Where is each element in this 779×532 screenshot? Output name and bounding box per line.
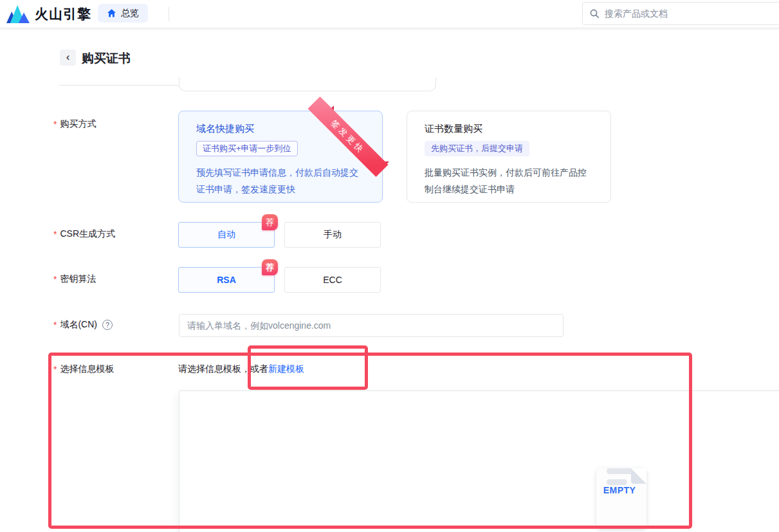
required-asterisk: * xyxy=(53,320,57,330)
ribbon-fold-icon xyxy=(328,105,334,111)
domain-input[interactable] xyxy=(179,314,564,337)
required-asterisk: * xyxy=(53,274,57,284)
search-input[interactable] xyxy=(605,8,779,19)
purchase-card-quantity[interactable]: 证书数量购买 先购买证书，后提交申请 批量购买证书实例，付款后可前往产品控制台继… xyxy=(407,111,611,203)
required-asterisk: * xyxy=(53,119,57,129)
search-icon xyxy=(589,8,600,19)
empty-state: EMPTY 暂无数据，新建模板 xyxy=(570,432,673,532)
required-asterisk: * xyxy=(53,364,57,374)
home-icon xyxy=(107,8,116,18)
create-template-link[interactable]: 新建模板 xyxy=(268,363,304,374)
volcengine-mountain-icon xyxy=(6,5,30,24)
recommend-badge: 荐 xyxy=(262,259,278,275)
template-select-label: * 选择信息模板 xyxy=(53,363,114,375)
page-title: 购买证书 xyxy=(82,50,131,67)
back-button[interactable]: ‹ xyxy=(60,50,76,66)
template-select-trigger[interactable]: 请选择信息模板，或者新建模板 xyxy=(178,363,304,375)
key-algorithm-option-rsa[interactable]: RSA 荐 xyxy=(178,267,275,293)
csr-method-label: * CSR生成方式 xyxy=(53,228,115,240)
csr-option-manual[interactable]: 手动 xyxy=(284,222,381,248)
clipped-row-divider xyxy=(59,85,179,86)
brand-name: 火山引擎 xyxy=(35,5,91,23)
required-asterisk: * xyxy=(53,229,57,239)
purchase-card-domain-quick[interactable]: 域名快捷购买 证书购买+申请一步到位 预先填写证书申请信息，付款后自动提交证书申… xyxy=(178,111,383,203)
empty-document-icon: EMPTY xyxy=(596,468,646,529)
purchase-card-desc: 批量购买证书实例，付款后可前往产品控制台继续提交证书申请 xyxy=(425,164,593,197)
clipped-input-field[interactable] xyxy=(179,77,436,91)
template-prompt-text: 请选择信息模板，或者 xyxy=(178,363,268,374)
csr-option-auto[interactable]: 自动 荐 xyxy=(178,222,275,248)
purchase-card-tag: 先购买证书，后提交申请 xyxy=(425,141,529,156)
key-algorithm-option-ecc[interactable]: ECC xyxy=(284,267,381,293)
domain-label: * 域名(CN) ? xyxy=(53,319,113,331)
top-navigation-bar: 火山引擎 总览 xyxy=(0,0,779,28)
nav-overview-button[interactable]: 总览 xyxy=(98,4,148,23)
chevron-left-icon: ‹ xyxy=(66,51,70,62)
empty-badge-text: EMPTY xyxy=(596,485,643,495)
help-question-icon[interactable]: ? xyxy=(102,320,113,330)
key-algorithm-label: * 密钥算法 xyxy=(53,273,96,285)
ribbon-fold-icon xyxy=(383,161,389,167)
purchase-card-tag: 证书购买+申请一步到位 xyxy=(196,141,298,156)
placeholder-line xyxy=(607,479,627,485)
global-search[interactable] xyxy=(582,2,779,25)
folded-corner-icon xyxy=(631,468,646,484)
template-dropdown-panel: EMPTY 暂无数据，新建模板 xyxy=(179,390,779,532)
purchase-method-label: * 购买方式 xyxy=(53,118,96,130)
brand-logo[interactable]: 火山引擎 xyxy=(6,5,91,24)
topbar-divider xyxy=(169,7,169,21)
purchase-card-title: 域名快捷购买 xyxy=(196,123,365,135)
purchase-card-desc: 预先填写证书申请信息，付款后自动提交证书申请，签发速度更快 xyxy=(196,164,365,197)
recommend-badge: 荐 xyxy=(262,214,278,230)
purchase-card-title: 证书数量购买 xyxy=(425,123,593,135)
nav-overview-label: 总览 xyxy=(121,8,139,19)
